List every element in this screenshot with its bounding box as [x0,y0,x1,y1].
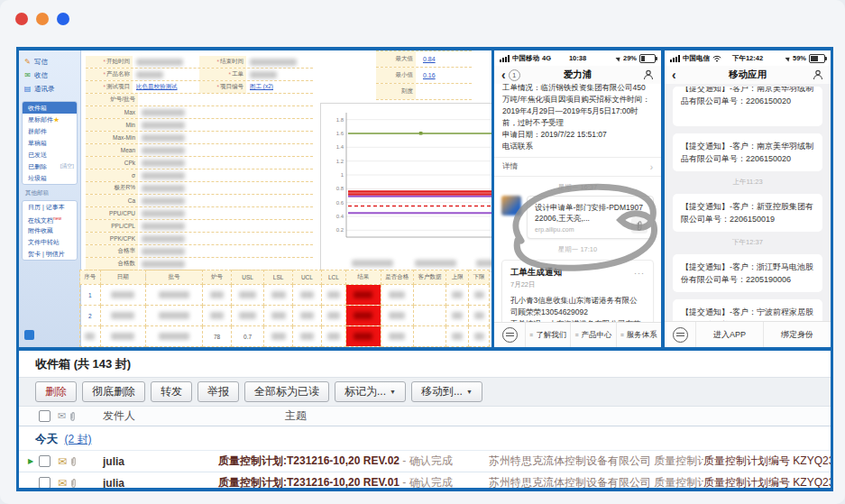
sidebar-folder[interactable]: 星标邮件★ [23,114,77,125]
sidebar-folder[interactable]: 已删除[清空] [23,160,77,172]
keyboard-toggle[interactable] [494,323,526,347]
profile-icon[interactable] [813,69,823,80]
stat-label: PPL/CPL [86,220,138,232]
keyboard-toggle[interactable] [665,322,696,347]
notification-card[interactable]: 【提交通知】-客户：新亚控股集团有限公司单号：2206150019 [673,194,822,232]
sidebar-section-label: 其他邮箱 [25,189,80,197]
chat-mini-icon[interactable] [24,330,34,340]
sidebar-tool[interactable]: 附件收藏 [23,225,77,236]
delete-forever-button[interactable]: 彻底删除 [82,381,145,402]
sidebar-inbox[interactable]: ✉收信 [23,69,78,82]
attachment-button[interactable] [631,217,648,234]
blurred-value [354,333,372,340]
blurred-value [452,312,463,319]
traffic-light-close[interactable] [15,13,28,25]
forward-button[interactable]: 转发 [151,381,192,402]
phone1-nav-bar: ‹ 1 爱力浦 [494,66,661,85]
stat-value [138,220,313,232]
pencil-icon: ✎ [23,58,32,66]
mail-sender[interactable]: julia [92,477,218,489]
svg-text:0.2: 0.2 [336,227,344,233]
table-footer-strip [80,347,490,348]
mail-sender[interactable]: julia [92,455,218,468]
tab-service[interactable]: ≡服务体系 [617,323,661,347]
table-row[interactable]: 2 [80,306,490,326]
traffic-light-minimize[interactable] [36,13,49,25]
sidebar-pencil[interactable]: ✎写信 [23,55,78,69]
start-time-label: 开始时间 [106,58,130,66]
row-checkbox[interactable] [39,477,51,488]
row-checkbox[interactable] [39,455,51,467]
notification-card[interactable]: 【提交通知】-客户：宁波前程家居股份有限公司单号：2206150021 [673,299,822,322]
notification-card-partial[interactable]: 【提交通知】-客户：南京美华羽绒制品有限公司单号：2206150020 [673,87,822,126]
notification-card[interactable]: 【提交通知】-客户：浙江野马电池股份有限公司单号：2205190006 [673,254,822,292]
back-button[interactable]: ‹ 1 [501,69,520,81]
stat-label: Ca [86,195,138,206]
sender-column-header[interactable]: 发件人 [92,408,220,424]
report-button[interactable]: 举报 [197,381,239,402]
table-cell [446,326,469,347]
stat-row: Mean [86,144,313,157]
table-cell [80,326,101,347]
unread-arrow-icon: ▶ [23,457,39,465]
mail-row[interactable]: ✉ julia 质量控制计划:T231216-10,20 REV.01 - 确认… [19,472,831,488]
select-all-checkbox[interactable] [39,410,51,422]
stat-value [138,258,313,270]
stat-row: Max-Min [86,132,313,144]
notification-card[interactable]: 【提交通知】-客户：南京美华羽绒制品有限公司单号：2206150020 [673,133,822,171]
mail-company: 苏州特思克流体控制设备有限公司 质量控制计划 [489,475,703,488]
sidebar-folder[interactable]: 收件箱 [23,102,77,114]
notification-text: 【提交通知】-客户：南京美华羽绒制品有限公司单号：2206150020 [681,142,813,163]
sidebar-folder[interactable]: 已发送 [23,149,77,160]
sidebar-folder[interactable]: 草稿箱 [23,137,77,149]
sidebar-contacts[interactable]: ▤通讯录 [23,82,78,96]
tab-products[interactable]: ≡产品中心 [571,323,616,347]
sidebar-folder[interactable]: 垃圾箱 [23,172,77,184]
table-row[interactable]: 1 [80,285,490,306]
phone-ailipu: 10:38 中国移动 4G 29% ‹ 1 爱力浦 [494,50,661,347]
table-row[interactable]: 780.7 [80,326,490,347]
mark-as-dropdown[interactable]: 标记为...▼ [335,381,406,402]
group-count-link[interactable]: (2 封) [64,433,91,445]
link-card[interactable]: 设计申请单-部门安排-PDM190722006,王天亮,... erp.aili… [527,196,654,239]
back-chevron-icon: ‹ [501,69,506,81]
empty-trash-link[interactable]: [清空] [60,160,74,172]
tab-about[interactable]: ≡了解我们 [526,323,571,347]
blurred-value [300,333,315,340]
mail-row[interactable]: ▶ ✉ julia 质量控制计划:T231216-10,20 REV.02 - … [19,451,831,472]
inbox-title-text: 收件箱 [35,357,70,371]
mail-subject[interactable]: 质量控制计划:T231216-10,20 REV.01 [218,476,400,488]
mail-subject[interactable]: 质量控制计划:T231216-10,20 REV.02 [218,454,400,467]
sidebar-tool[interactable]: 文件中转站 [23,236,77,248]
blurred-value [474,312,484,319]
end-time-value [246,56,313,68]
stat-label: PPK/CPK [86,233,138,244]
sidebar-tool[interactable]: 贺卡 | 明信片 [23,248,77,260]
tab-enter-app[interactable]: 进入APP [696,322,764,347]
details-row[interactable]: 详情 › [494,157,661,177]
min-value[interactable]: 0.16 [416,72,436,78]
max-value[interactable]: 0.84 [416,56,436,62]
tab-bind-identity[interactable]: 绑定身份 [764,322,831,347]
traffic-light-maximize[interactable] [57,13,69,25]
delete-label: 删除 [45,384,67,399]
delete-button[interactable]: 删除 [35,381,77,402]
link-card-url: erp.ailipu.com [535,226,646,233]
menu-icon: ≡ [574,332,578,338]
workorder-card[interactable]: 工单生成通知 ··· 7月22日 孔小青3信息收集山东海诺港务有限公司顾荣荣13… [501,260,654,323]
profile-icon[interactable] [643,69,654,80]
sidebar-tool[interactable]: 在线文档new [23,213,77,225]
sidebar-tool[interactable]: 日历 | 记事本 [23,201,77,213]
project-no-link[interactable]: 图工 (x2) [250,83,273,91]
back-button[interactable]: ‹ [672,69,676,81]
table-cell [293,285,322,306]
mark-all-read-button[interactable]: 全部标为已读 [244,381,329,402]
test-item-link[interactable]: 比色皿校验测试 [136,83,178,91]
subject-column-header[interactable]: 主题 [285,408,307,424]
move-to-dropdown[interactable]: 移动到...▼ [411,381,482,402]
sidebar-folder[interactable]: 群邮件 [23,125,77,137]
stat-row: PPL/CPL [86,220,313,233]
stat-label: σ [86,170,138,181]
table-cell [469,306,490,326]
more-icon[interactable]: ··· [634,269,645,278]
